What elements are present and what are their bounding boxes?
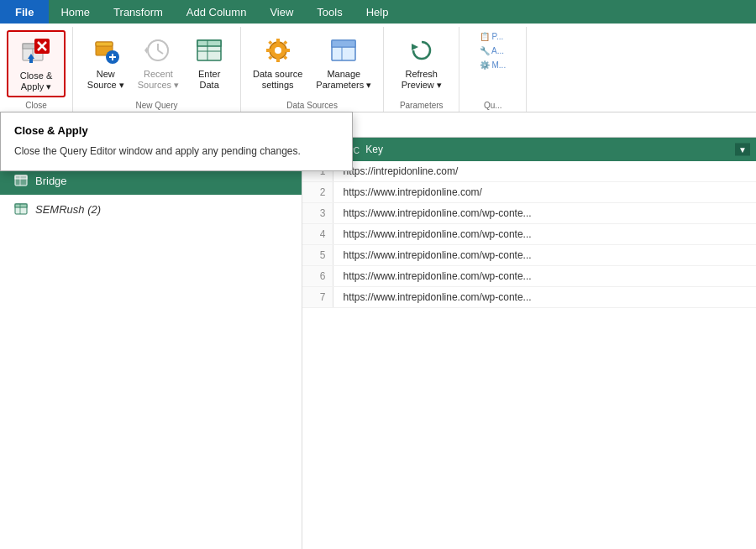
svg-rect-24 [276,58,280,62]
query-label-bridge: Bridge [35,175,67,187]
svg-rect-23 [276,39,280,43]
properties-button[interactable]: 📋 P... [476,30,510,43]
menu-view[interactable]: View [258,0,305,24]
menu-file[interactable]: File [0,0,49,24]
row-key-4: https://www.intrepidonline.com/wp-conte.… [333,223,756,244]
query-buttons: 📋 P... 🔧 A... ⚙️ M... [476,30,510,97]
column-dropdown-key[interactable]: ▼ [735,144,750,156]
svg-rect-18 [197,40,221,46]
refresh-preview-label: RefreshPreview ▾ [402,69,442,91]
refresh-preview-icon [405,34,438,67]
table-row: 5 https://www.intrepidonline.com/wp-cont… [302,244,756,265]
data-sources-buttons: Data sourcesettings ManageParameters ▾ [248,30,376,97]
table-row: 4 https://www.intrepidonline.com/wp-cont… [302,223,756,244]
table-row: 7 https://www.intrepidonline.com/wp-cont… [302,286,756,307]
close-group-label: Close [25,97,47,112]
manage-button[interactable]: ⚙️ M... [476,59,510,71]
close-apply-button[interactable]: Close &Apply ▾ [7,30,66,97]
row-num-2: 2 [302,181,333,202]
advanced-editor-icon: 🔧 A... [480,46,504,55]
menu-home[interactable]: Home [49,0,102,24]
ribbon-group-new-query: NewSource ▾ RecentSources ▾ [73,27,241,112]
data-source-settings-icon [261,34,295,67]
svg-marker-16 [144,47,147,54]
row-num-4: 4 [302,223,333,244]
parameters-buttons: RefreshPreview ▾ [396,30,447,97]
query-group-label: Qu... [484,97,502,112]
menu-add-column[interactable]: Add Column [175,0,259,24]
svg-marker-35 [412,44,418,50]
menu-transform[interactable]: Transform [102,0,175,24]
ribbon-group-query: 📋 P... 🔧 A... ⚙️ M... Qu... [459,27,527,112]
recent-sources-button[interactable]: RecentSources ▾ [133,30,184,94]
menu-bar: File Home Transform Add Column View Tool… [0,0,756,24]
tooltip-title: Close & Apply [14,124,339,137]
table-row: 1 https://intrepidonline.com/ [302,161,756,182]
table-icon-semrush2 [13,201,29,217]
query-item-semrush2[interactable]: SEMRush (2) [0,195,302,223]
row-num-7: 7 [302,286,333,307]
enter-data-label: EnterData [198,69,220,91]
row-num-3: 3 [302,202,333,223]
table-row: 2 https://www.intrepidonline.com/ [302,181,756,202]
query-label-semrush2: SEMRush (2) [35,203,101,216]
svg-line-15 [158,50,163,54]
refresh-preview-button[interactable]: RefreshPreview ▾ [396,30,447,94]
enter-data-button[interactable]: EnterData [187,30,231,94]
table-icon-bridge [13,173,29,188]
tooltip: Close & Apply Close the Query Editor win… [0,112,353,171]
table-row: 3 https://www.intrepidonline.com/wp-cont… [302,202,756,223]
svg-rect-26 [286,49,290,52]
ribbon: Close &Apply ▾ Close NewSource ▾ [0,24,756,112]
recent-sources-label: RecentSources ▾ [138,69,179,91]
advanced-editor-button[interactable]: 🔧 A... [476,44,510,57]
column-header-key: ABC Key ▼ [333,138,756,160]
close-apply-icon [19,35,53,69]
close-apply-label: Close &Apply ▾ [20,71,53,92]
svg-rect-34 [332,40,355,47]
queries-panel: SEMRush Bridge SEMRush (2) [0,138,302,549]
enter-data-icon [192,34,226,67]
row-key-7: https://www.intrepidonline.com/wp-conte.… [333,286,756,307]
svg-rect-40 [15,175,27,179]
tooltip-description: Close the Query Editor window and apply … [14,144,339,159]
svg-rect-43 [15,204,27,207]
data-source-settings-label: Data sourcesettings [253,69,302,91]
row-key-2: https://www.intrepidonline.com/ [333,181,756,202]
ribbon-group-data-sources: Data sourcesettings ManageParameters ▾ D… [241,27,384,112]
table-row: 6 https://www.intrepidonline.com/wp-cont… [302,265,756,286]
new-source-label: NewSource ▾ [87,69,124,91]
ribbon-group-parameters: RefreshPreview ▾ Parameters [384,27,459,112]
new-query-buttons: NewSource ▾ RecentSources ▾ [82,30,231,97]
parameters-label: Parameters [400,97,444,112]
close-group-buttons: Close &Apply ▾ [7,30,66,97]
row-key-3: https://www.intrepidonline.com/wp-conte.… [333,202,756,223]
row-num-6: 6 [302,265,333,286]
svg-rect-7 [29,59,33,63]
properties-icon: 📋 P... [480,32,504,41]
column-label-key: Key [365,144,383,156]
ribbon-group-close: Close &Apply ▾ Close [0,27,73,112]
svg-rect-25 [266,49,270,52]
manage-parameters-button[interactable]: ManageParameters ▾ [311,30,376,94]
data-source-settings-button[interactable]: Data sourcesettings [248,30,307,94]
new-source-icon [89,34,123,67]
manage-parameters-icon [327,34,360,67]
menu-help[interactable]: Help [354,0,401,24]
menu-tools[interactable]: Tools [305,0,354,24]
data-table: ABC Key ▼ 1 https://intrepidonline.com/ … [302,138,756,307]
data-sources-label: Data Sources [286,97,338,112]
main-content: SEMRush Bridge SEMRush (2) [0,138,756,549]
row-key-6: https://www.intrepidonline.com/wp-conte.… [333,265,756,286]
row-num-5: 5 [302,244,333,265]
manage-icon: ⚙️ M... [480,60,506,70]
data-table-panel: ABC Key ▼ 1 https://intrepidonline.com/ … [302,138,756,549]
new-query-label: New Query [135,97,177,112]
recent-sources-icon [141,34,175,67]
svg-point-22 [275,47,281,54]
row-key-5: https://www.intrepidonline.com/wp-conte.… [333,244,756,265]
new-source-button[interactable]: NewSource ▾ [82,30,129,94]
svg-rect-9 [96,42,113,46]
row-key-1: https://intrepidonline.com/ [333,161,756,182]
manage-parameters-label: ManageParameters ▾ [316,69,371,91]
